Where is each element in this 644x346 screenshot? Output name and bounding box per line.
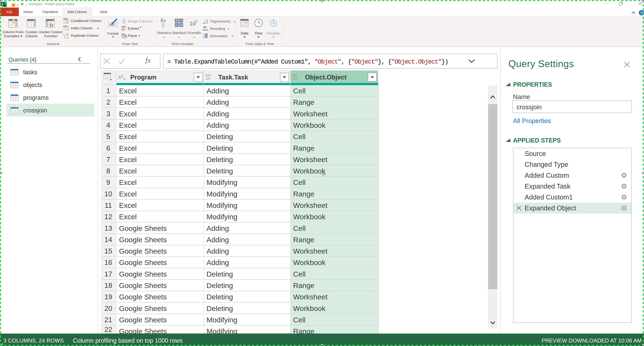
svg-text:10: 10 <box>189 20 196 27</box>
svg-text:+: + <box>176 18 178 23</box>
svg-text:123: 123 <box>292 77 297 80</box>
svg-text:1: 1 <box>203 33 204 36</box>
svg-text:?: ? <box>640 11 642 15</box>
svg-text:123: 123 <box>206 77 210 80</box>
svg-text:Σ: Σ <box>162 22 165 27</box>
svg-text:B: B <box>121 74 123 78</box>
svg-text:.00: .00 <box>203 26 206 28</box>
svg-text:2: 2 <box>196 19 197 23</box>
svg-text:123: 123 <box>121 28 125 31</box>
svg-text:3: 3 <box>68 29 69 31</box>
svg-text:A: A <box>118 75 121 80</box>
svg-text:fx: fx <box>50 22 54 27</box>
svg-text:−: − <box>206 33 207 36</box>
svg-text:ABC: ABC <box>206 74 211 77</box>
svg-text:×: × <box>180 23 182 27</box>
svg-text:ABC: ABC <box>121 25 126 28</box>
svg-text:abc: abc <box>121 33 126 36</box>
svg-text:−: − <box>180 18 182 23</box>
svg-text:C: C <box>124 77 126 80</box>
svg-text:≠: ≠ <box>67 21 68 23</box>
svg-text:÷: ÷ <box>176 23 178 27</box>
svg-text:+: + <box>206 36 207 38</box>
svg-text:3: 3 <box>203 36 204 38</box>
svg-text:.0: .0 <box>205 28 208 31</box>
svg-text:ABC: ABC <box>292 74 298 77</box>
svg-text:X: X <box>1 3 3 6</box>
